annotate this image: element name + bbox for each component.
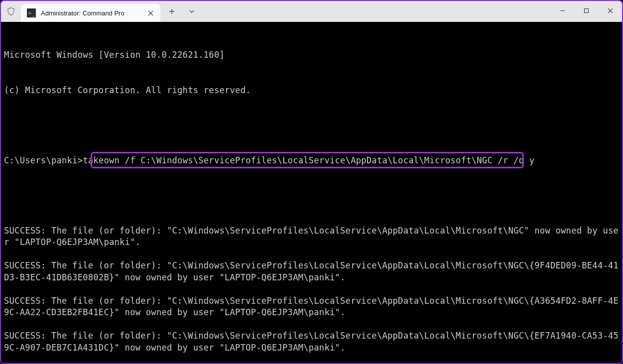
minimize-button[interactable]: [550, 1, 574, 20]
command-text: takeown /f C:\Windows\ServiceProfiles\Lo…: [83, 155, 534, 167]
output-line: SUCCESS: The file (or folder): "C:\Windo…: [4, 260, 619, 283]
tab-cmd[interactable]: >_ Administrator: Command Pro: [21, 4, 160, 22]
tab-title: Administrator: Command Pro: [41, 9, 140, 17]
titlebar: >_ Administrator: Command Pro: [1, 1, 622, 22]
window-controls: [550, 1, 622, 20]
output-section: SUCCESS: The file (or folder): "C:\Windo…: [4, 225, 619, 364]
prompt-line: C:\Users\panki>takeown /f C:\Windows\Ser…: [4, 155, 619, 167]
svg-rect-5: [584, 8, 588, 12]
output-line: SUCCESS: The file (or folder): "C:\Windo…: [4, 330, 619, 354]
cmd-icon: >_: [27, 8, 36, 17]
terminal-area[interactable]: Microsoft Windows [Version 10.0.22621.16…: [1, 22, 622, 363]
tab-close-button[interactable]: [145, 8, 155, 18]
banner-line-2: (c) Microsoft Corporation. All rights re…: [4, 85, 619, 97]
output-line: SUCCESS: The file (or folder): "C:\Windo…: [4, 225, 619, 248]
prompt: C:\Users\panki>: [4, 155, 83, 167]
close-button[interactable]: [598, 1, 622, 20]
maximize-button[interactable]: [574, 1, 598, 20]
tab-dropdown-button[interactable]: [183, 3, 200, 19]
shield-icon: [1, 1, 21, 22]
new-tab-button[interactable]: [163, 3, 180, 19]
banner-line-1: Microsoft Windows [Version 10.0.22621.16…: [4, 49, 619, 61]
output-line: SUCCESS: The file (or folder): "C:\Windo…: [4, 295, 619, 319]
